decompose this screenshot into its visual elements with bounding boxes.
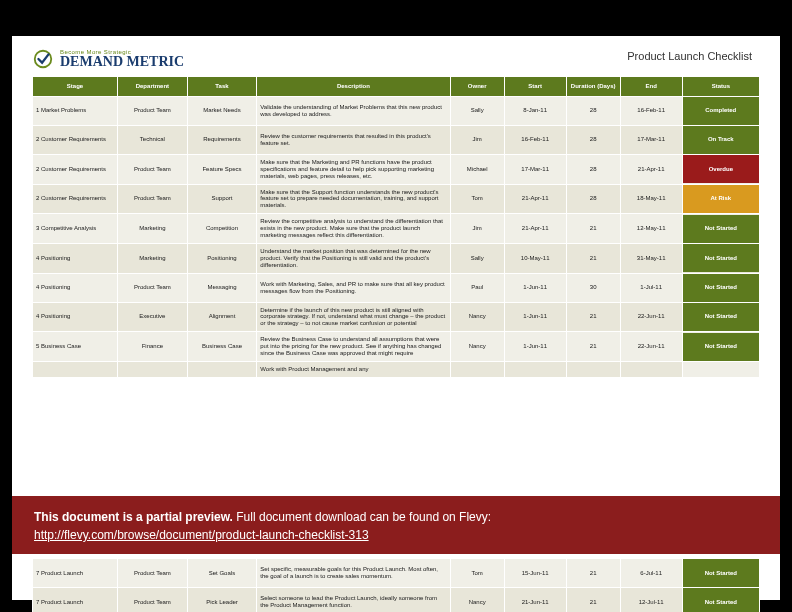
column-header: Owner <box>450 77 504 97</box>
cell-start: 21-Apr-11 <box>504 214 566 244</box>
column-header: Duration (Days) <box>566 77 620 97</box>
status-badge: Not Started <box>683 244 759 272</box>
cell-status: Not Started <box>682 243 759 273</box>
cell-task: Support <box>187 184 257 214</box>
cell-end: 18-May-11 <box>620 184 682 214</box>
cell-owner: Tom <box>450 184 504 214</box>
cell-owner: Sally <box>450 96 504 125</box>
cell-dept: Product Team <box>118 96 188 125</box>
cell-status: Not Started <box>682 273 759 302</box>
table-row: 4 PositioningExecutiveAlignmentDetermine… <box>33 302 760 332</box>
cell-dept: Technical <box>118 125 188 154</box>
cell-status: Not Started <box>682 559 759 588</box>
table-row: 2 Customer RequirementsProduct TeamFeatu… <box>33 154 760 184</box>
cell-owner: Paul <box>450 273 504 302</box>
cell-dur: 30 <box>566 273 620 302</box>
cell-desc: Work with Marketing, Sales, and PR to ma… <box>257 273 450 302</box>
table-row: 4 PositioningMarketingPositioningUnderst… <box>33 243 760 273</box>
cell-stage: 2 Customer Requirements <box>33 184 118 214</box>
table-row: 1 Market ProblemsProduct TeamMarket Need… <box>33 96 760 125</box>
cell-status: Completed <box>682 96 759 125</box>
status-badge: Completed <box>683 97 759 125</box>
cell-desc: Determine if the launch of this new prod… <box>257 302 450 332</box>
table-row: 7 Product LaunchProduct TeamSet GoalsSet… <box>33 559 760 588</box>
cell-desc: Work with Product Management and any <box>257 361 450 377</box>
cell-end: 1-Jul-11 <box>620 273 682 302</box>
checklist-table: StageDepartmentTaskDescriptionOwnerStart… <box>32 76 760 378</box>
cell-owner: Nancy <box>450 302 504 332</box>
banner-link[interactable]: http://flevy.com/browse/document/product… <box>34 528 369 542</box>
cell-dept: Product Team <box>118 588 188 613</box>
cell-start: 8-Jan-11 <box>504 96 566 125</box>
cell-dur: 21 <box>566 243 620 273</box>
column-header: Task <box>187 77 257 97</box>
cell-stage: 3 Competitive Analysis <box>33 214 118 244</box>
cell-start: 15-Jun-11 <box>504 559 566 588</box>
status-badge: Not Started <box>683 274 759 302</box>
column-header: Stage <box>33 77 118 97</box>
cell-stage: 7 Product Launch <box>33 559 118 588</box>
cell-dept: Marketing <box>118 243 188 273</box>
cell-dur: 28 <box>566 154 620 184</box>
cell-task: Messaging <box>187 273 257 302</box>
cell-stage: 2 Customer Requirements <box>33 125 118 154</box>
logo-main: DEMAND METRIC <box>60 55 184 69</box>
cell-dur: 21 <box>566 214 620 244</box>
status-badge: Overdue <box>683 155 759 183</box>
cell-desc: Understand the market position that was … <box>257 243 450 273</box>
cell-stage: 7 Product Launch <box>33 588 118 613</box>
cell-dept: Product Team <box>118 154 188 184</box>
cell-desc: Review the competitive analysis to under… <box>257 214 450 244</box>
cell-owner: Nancy <box>450 332 504 362</box>
logo: Become More Strategic DEMAND METRIC <box>32 48 184 70</box>
cell-start: 16-Feb-11 <box>504 125 566 154</box>
cell-dept: Marketing <box>118 214 188 244</box>
svg-point-0 <box>35 51 52 68</box>
table-row: Work with Product Management and any <box>33 361 760 377</box>
cell-dur: 21 <box>566 332 620 362</box>
cell-status <box>682 361 759 377</box>
cell-task: Pick Leader <box>187 588 257 613</box>
cell-end: 12-Jul-11 <box>620 588 682 613</box>
cell-start: 1-Jun-11 <box>504 302 566 332</box>
cell-dept: Product Team <box>118 184 188 214</box>
cell-dur <box>566 361 620 377</box>
cell-owner: Jim <box>450 125 504 154</box>
header: Become More Strategic DEMAND METRIC Prod… <box>32 48 760 70</box>
cell-dept <box>118 361 188 377</box>
cell-desc: Make sure that the Marketing and PR func… <box>257 154 450 184</box>
cell-owner: Michael <box>450 154 504 184</box>
cell-start: 1-Jun-11 <box>504 332 566 362</box>
status-badge: At Risk <box>683 185 759 213</box>
cell-owner <box>450 361 504 377</box>
cell-end <box>620 361 682 377</box>
cell-start: 10-May-11 <box>504 243 566 273</box>
logo-icon <box>32 48 54 70</box>
table-row: 7 Product LaunchProduct TeamPick LeaderS… <box>33 588 760 613</box>
status-badge: Not Started <box>683 333 759 361</box>
cell-stage: 4 Positioning <box>33 243 118 273</box>
cell-desc: Review the customer requirements that re… <box>257 125 450 154</box>
cell-status: Not Started <box>682 302 759 332</box>
cell-stage: 2 Customer Requirements <box>33 154 118 184</box>
cell-dur: 28 <box>566 96 620 125</box>
banner-text: Full document download can be found on F… <box>233 510 491 524</box>
cell-desc: Validate the understanding of Market Pro… <box>257 96 450 125</box>
cell-dur: 21 <box>566 302 620 332</box>
column-header: Department <box>118 77 188 97</box>
cell-dept: Product Team <box>118 273 188 302</box>
cell-task: Positioning <box>187 243 257 273</box>
banner-bold: This document is a partial preview. <box>34 510 233 524</box>
cell-dur: 21 <box>566 588 620 613</box>
cell-desc: Select someone to lead the Product Launc… <box>257 588 450 613</box>
cell-status: Not Started <box>682 332 759 362</box>
page-title: Product Launch Checklist <box>627 50 752 62</box>
cell-task: Requirements <box>187 125 257 154</box>
status-badge: Not Started <box>683 588 759 612</box>
column-header: Start <box>504 77 566 97</box>
table-row: 5 Business CaseFinanceBusiness CaseRevie… <box>33 332 760 362</box>
cell-status: Not Started <box>682 214 759 244</box>
cell-task: Set Goals <box>187 559 257 588</box>
cell-owner: Nancy <box>450 588 504 613</box>
preview-banner: This document is a partial preview. Full… <box>12 496 780 554</box>
